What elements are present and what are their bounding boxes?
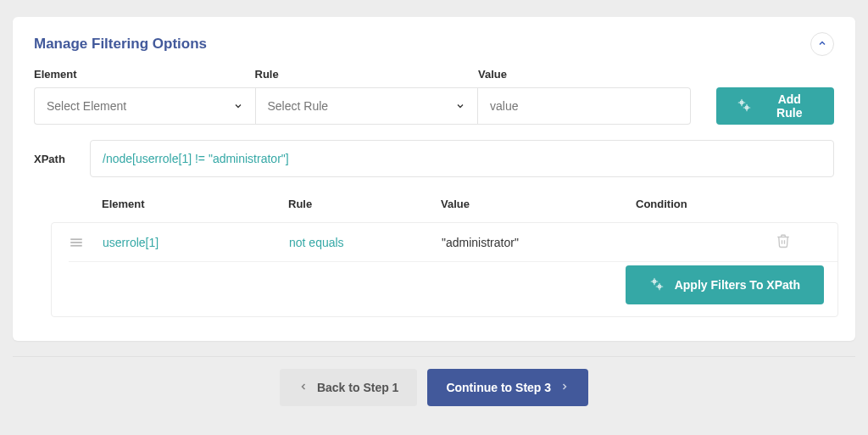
cell-element[interactable]: userrole[1]: [103, 236, 289, 249]
rule-field: Rule Select Rule: [255, 68, 478, 125]
footer-nav: Back to Step 1 Continue to Step 3: [0, 357, 868, 418]
element-placeholder: Select Element: [47, 99, 126, 113]
panel-header: Manage Filtering Options: [34, 32, 834, 56]
next-label: Continue to Step 3: [446, 381, 551, 394]
filtering-options-panel: Manage Filtering Options Element Select …: [13, 17, 855, 341]
back-label: Back to Step 1: [317, 381, 398, 394]
apply-filters-button[interactable]: Apply Filters To XPath: [626, 265, 824, 304]
cell-rule[interactable]: not equals: [289, 236, 442, 249]
value-label: Value: [478, 68, 691, 81]
value-placeholder: value: [490, 99, 518, 113]
value-input[interactable]: value: [478, 87, 691, 125]
col-condition: Condition: [636, 198, 754, 210]
col-value: Value: [441, 198, 636, 210]
xpath-row: XPath /node[userrole[1] != "administrato…: [34, 140, 834, 177]
element-label: Element: [34, 68, 255, 81]
panel-title: Manage Filtering Options: [34, 36, 207, 53]
rules-table-body: userrole[1] not equals "administrator" A…: [51, 222, 838, 317]
chevron-up-icon: [817, 38, 827, 51]
next-button[interactable]: Continue to Step 3: [427, 369, 588, 406]
cell-value: "administrator": [442, 236, 637, 249]
rules-table-header: Element Rule Value Condition: [68, 192, 834, 222]
chevron-left-icon: [298, 381, 309, 394]
chevron-down-icon: [455, 101, 465, 111]
col-rule: Rule: [288, 198, 441, 210]
gears-icon: [649, 276, 665, 294]
xpath-display[interactable]: /node[userrole[1] != "administrator"]: [90, 140, 834, 177]
table-row: userrole[1] not equals "administrator": [69, 223, 837, 262]
trash-icon[interactable]: [776, 237, 791, 251]
collapse-button[interactable]: [810, 32, 834, 56]
drag-handle-icon[interactable]: [69, 235, 103, 250]
xpath-value: /node[userrole[1] != "administrator"]: [103, 152, 289, 165]
chevron-right-icon: [559, 381, 570, 394]
gears-icon: [737, 98, 752, 115]
rule-label: Rule: [255, 68, 478, 81]
apply-filters-label: Apply Filters To XPath: [675, 278, 800, 292]
value-field: Value value: [478, 68, 691, 125]
add-rule-button[interactable]: Add Rule: [716, 87, 834, 125]
add-rule-label: Add Rule: [765, 92, 814, 120]
rules-table: Element Rule Value Condition userrole[1]…: [68, 192, 834, 317]
rule-select[interactable]: Select Rule: [255, 87, 478, 125]
element-select[interactable]: Select Element: [34, 87, 255, 125]
chevron-down-icon: [233, 101, 243, 111]
back-button[interactable]: Back to Step 1: [280, 369, 417, 406]
xpath-label: XPath: [34, 153, 78, 165]
element-field: Element Select Element: [34, 68, 255, 125]
filter-input-row: Element Select Element Rule Select Rule …: [34, 68, 834, 125]
col-element: Element: [102, 198, 288, 210]
rule-placeholder: Select Rule: [268, 99, 329, 113]
